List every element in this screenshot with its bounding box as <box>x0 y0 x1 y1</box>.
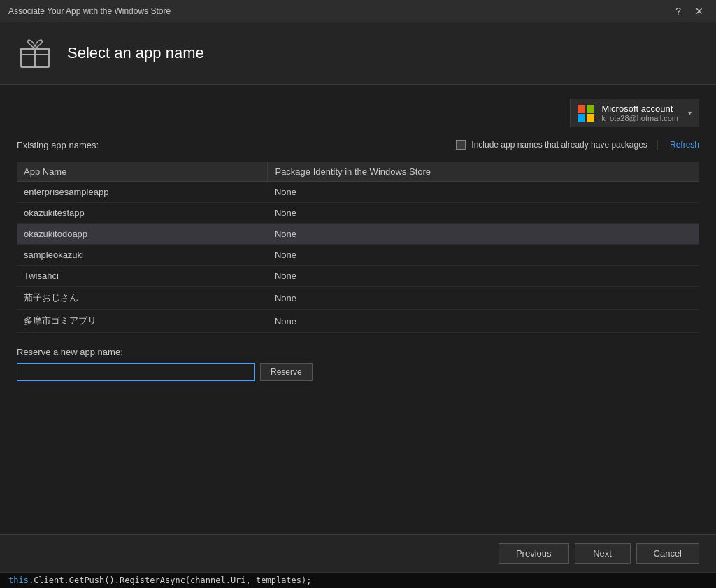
app-name-cell: enterprisesampleapp <box>17 182 268 203</box>
ms-logo-blue <box>578 114 585 122</box>
dialog-body: Microsoft account k_ota28@hotmail.com ▾ … <box>0 85 716 534</box>
existing-apps-label: Existing app names: <box>17 140 99 150</box>
pipe-separator: | <box>656 138 659 151</box>
microsoft-logo <box>578 105 594 122</box>
package-identity-cell: None <box>268 182 699 203</box>
app-name-cell: okazukitodoapp <box>17 224 268 245</box>
account-email: k_ota28@hotmail.com <box>601 114 678 122</box>
app-table: App Name Package Identity in the Windows… <box>17 162 699 333</box>
app-name-cell: 茄子おじさん <box>17 287 268 310</box>
ms-logo-green <box>587 105 594 113</box>
package-identity-cell: None <box>268 203 699 224</box>
table-header-row: App Name Package Identity in the Windows… <box>17 162 699 182</box>
table-row[interactable]: 多摩市ゴミアプリNone <box>17 310 699 333</box>
table-controls-row: Existing app names: Include app names th… <box>17 138 699 151</box>
include-label: Include app names that already have pack… <box>471 140 647 150</box>
package-identity-cell: None <box>268 287 699 310</box>
close-button[interactable]: ✕ <box>691 4 708 18</box>
include-row: Include app names that already have pack… <box>456 138 699 151</box>
next-button[interactable]: Next <box>575 543 631 564</box>
app-name-cell: okazukitestapp <box>17 203 268 224</box>
account-row: Microsoft account k_ota28@hotmail.com ▾ <box>17 99 699 127</box>
help-button[interactable]: ? <box>671 4 685 18</box>
dialog-footer: Previous Next Cancel <box>0 534 716 572</box>
title-bar: Associate Your App with the Windows Stor… <box>0 0 716 22</box>
refresh-link[interactable]: Refresh <box>670 140 699 150</box>
reserve-button[interactable]: Reserve <box>260 363 313 381</box>
previous-button[interactable]: Previous <box>499 543 569 564</box>
dialog-header: Select an app name <box>0 22 716 85</box>
reserve-input-row: Reserve <box>17 363 699 381</box>
title-bar-controls: ? ✕ <box>671 4 708 18</box>
package-identity-cell: None <box>268 224 699 245</box>
reserve-label: Reserve a new app name: <box>17 347 699 357</box>
include-packages-checkbox[interactable] <box>456 140 466 150</box>
reserve-section: Reserve a new app name: Reserve <box>17 347 699 381</box>
app-name-cell: 多摩市ゴミアプリ <box>17 310 268 333</box>
account-block[interactable]: Microsoft account k_ota28@hotmail.com ▾ <box>570 99 699 127</box>
package-identity-cell: None <box>268 310 699 333</box>
code-bar: this.Client.GetPush().RegisterAsync(chan… <box>0 572 716 588</box>
dialog-title: Associate Your App with the Windows Stor… <box>8 6 171 16</box>
reserve-input[interactable] <box>17 363 255 381</box>
package-identity-cell: None <box>268 245 699 266</box>
table-row[interactable]: okazukitestappNone <box>17 203 699 224</box>
col-package-identity: Package Identity in the Windows Store <box>268 162 699 182</box>
app-icon <box>17 35 53 71</box>
account-info: Microsoft account k_ota28@hotmail.com <box>601 103 678 122</box>
app-name-cell: sampleokazuki <box>17 245 268 266</box>
table-row[interactable]: sampleokazukiNone <box>17 245 699 266</box>
ms-logo-red <box>578 105 585 113</box>
cancel-button[interactable]: Cancel <box>636 543 699 564</box>
table-body: enterprisesampleappNoneokazukitestappNon… <box>17 182 699 333</box>
account-name: Microsoft account <box>601 103 678 114</box>
page-title: Select an app name <box>67 44 204 62</box>
table-row[interactable]: enterprisesampleappNone <box>17 182 699 203</box>
chevron-down-icon: ▾ <box>688 109 692 117</box>
table-header: App Name Package Identity in the Windows… <box>17 162 699 182</box>
table-row[interactable]: 茄子おじさんNone <box>17 287 699 310</box>
package-identity-cell: None <box>268 266 699 287</box>
table-row[interactable]: TwisahciNone <box>17 266 699 287</box>
app-name-cell: Twisahci <box>17 266 268 287</box>
col-app-name: App Name <box>17 162 268 182</box>
table-row[interactable]: okazukitodoappNone <box>17 224 699 245</box>
ms-logo-yellow <box>587 114 594 122</box>
